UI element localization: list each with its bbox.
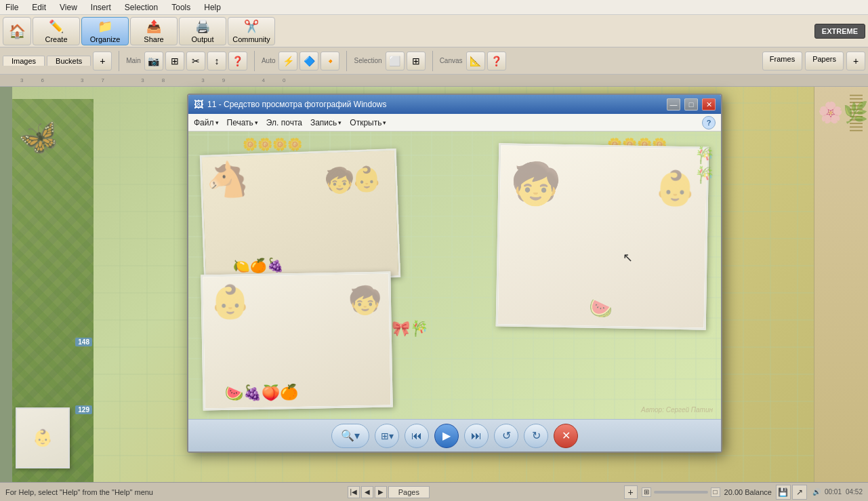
pv-photo-content: 🌼🌼🌼🌼 🌼🌼🌼🌼 🎀🎋 🐴 👶 [188,132,721,419]
pv-menu-print-label: Печать [227,118,253,127]
frames-button[interactable]: Frames [762,52,802,71]
mouse-cursor: ↖ [623,250,633,265]
canvas-label: Canvas [440,57,463,64]
menu-selection[interactable]: Selection [122,1,161,14]
buckets-tab[interactable]: Buckets [47,56,91,66]
pv-menubar: Файл ▾ Печать ▾ Эл. почта Запись ▾ [188,114,721,132]
auto-btn1[interactable]: ⚡ [278,52,297,71]
pv-minimize-button[interactable]: — [667,98,680,111]
main-btn1[interactable]: 📷 [144,52,163,71]
zoom-out-button[interactable]: □ [711,487,720,497]
first-page-button[interactable]: |◀ [348,486,360,498]
pv-menu-open[interactable]: Открыть ▾ [350,118,386,127]
menu-file[interactable]: File [3,1,21,14]
main-label: Main [126,57,141,64]
export-button[interactable]: ↗ [792,485,807,500]
community-button[interactable]: ✂️ Community [228,17,275,45]
extreme-button[interactable]: EXTREME [814,24,865,39]
pv-close-button[interactable]: ✕ [702,98,716,111]
pv-playback-toolbar: 🔍▾ ⊞▾ ⏮ ▶ ⏭ ↺ ↻ ✕ [188,419,721,452]
scrapbook-canvas[interactable]: 🦋 🐴 148 129 👶 ||||||||||| 🌸🌿 [12,87,868,482]
main-btn2[interactable]: ⊞ [165,52,184,71]
status-right-area: + ⊞ □ 20.00 Balance 💾 ↗ [624,485,807,500]
zoom-control: ⊞ □ [642,487,720,497]
share-button[interactable]: 📤 Share [130,17,178,45]
pv-fit-button[interactable]: ⊞▾ [375,424,399,448]
pv-next-button[interactable]: ⏭ [464,424,489,448]
baby2-silhouette: 🧒 [323,165,354,195]
watermark-text: Автор: Сергей Патин [641,406,713,414]
menu-help[interactable]: Help [201,1,224,14]
pv-slideshow-button[interactable]: ▶ [434,424,459,448]
pv-maximize-button[interactable]: □ [684,98,698,111]
pv-menu-record-label: Запись [310,118,337,127]
badge-129: 129 [75,405,92,414]
home-button[interactable]: 🏠 [3,17,31,45]
create-button[interactable]: ✏️ Create [33,17,80,45]
add-tab-button[interactable]: + [93,52,112,71]
selection-label: Selection [354,57,381,64]
pv-menu-record[interactable]: Запись ▾ [310,118,342,127]
fruits2: 🍉🍇🍑🍊 [225,384,298,403]
menu-view[interactable]: View [57,1,80,14]
watermelon-right: 🍉 [589,297,613,320]
save-button[interactable]: 💾 [776,485,791,500]
main-btn4[interactable]: ↕ [207,52,226,71]
papers-button[interactable]: Papers [805,52,844,71]
auto-group: Auto ⚡ 🔷 🔸 [262,52,340,71]
separator4 [432,51,433,71]
pv-rotate-right-button[interactable]: ↻ [524,424,548,448]
pv-delete-button[interactable]: ✕ [554,424,578,448]
main-area: 1 2 3 4 5 6 7 8 9 10 11 12 13 14 15 16 1… [0,75,868,482]
images-tab-group: Images Buckets + [3,52,112,71]
pv-menu-email[interactable]: Эл. почта [266,118,302,127]
photo2-content: 🧒 👶 🍉 [498,145,707,327]
community-icon: ✂️ [244,19,259,34]
output-button[interactable]: 🖨️ Output [179,17,226,45]
auto-btn3[interactable]: 🔸 [321,52,339,71]
photo3-frame: 👶 🧒 🍉🍇🍑🍊 [201,272,392,411]
prev-page-button[interactable]: ◀ [361,486,373,498]
pv-help-button[interactable]: ? [702,116,716,129]
canvas-btn2[interactable]: ❓ [487,52,506,71]
pv-app-icon: 🖼 [194,99,203,110]
baby4: 👶 [210,283,251,321]
pv-menu-file-arrow: ▾ [215,119,219,126]
menu-edit[interactable]: Edit [29,1,49,14]
create-icon: ✏️ [49,19,64,34]
menu-insert[interactable]: Insert [88,1,114,14]
organize-button[interactable]: 📁 Organize [81,17,129,45]
photo-collage: 🌼🌼🌼🌼 🌼🌼🌼🌼 🎀🎋 🐴 👶 [188,132,721,419]
fruits-decor: 🍋🍊🍇 [232,256,284,275]
baby1-silhouette: 👶 [350,165,381,195]
zoom-slider[interactable] [654,491,708,494]
home-icon: 🏠 [9,23,26,39]
volume-icon: 🔊 [812,488,821,496]
toolbar-top: 🏠 ✏️ Create 📁 Organize 📤 Share 🖨️ Output… [0,15,868,47]
main-btn3[interactable]: ✂ [186,52,205,71]
auto-btn2[interactable]: 🔷 [299,52,318,71]
sel-btn1[interactable]: ⬜ [386,52,405,71]
pv-zoom-button[interactable]: 🔍▾ [331,424,369,448]
pv-prev-button[interactable]: ⏮ [405,424,429,448]
pv-rotate-left-button[interactable]: ↺ [494,424,518,448]
pv-menu-open-arrow: ▾ [383,119,386,126]
add-tool-button[interactable]: + [846,52,865,71]
thumbnail-photo-inner: 👶 [17,409,68,467]
add-page-button[interactable]: + [624,485,638,499]
sel-btn2[interactable]: ⊞ [407,52,426,71]
pv-menu-print[interactable]: Печать ▾ [227,118,258,127]
pv-menu-file[interactable]: Файл ▾ [194,118,219,127]
next-page-button[interactable]: ▶ [375,486,387,498]
images-tab[interactable]: Images [3,56,45,66]
zoom-fit-button[interactable]: ⊞ [642,487,651,497]
main-btn5[interactable]: ❓ [228,52,247,71]
save-buttons: 💾 ↗ [776,485,807,500]
pages-button[interactable]: Pages [388,486,430,498]
child1: 🧒 [348,284,383,317]
canvas-btn1[interactable]: 📐 [466,52,485,71]
photo-viewer-window[interactable]: 🖼 11 - Средство просмотра фотографий Win… [187,94,722,453]
separator1 [119,51,119,71]
photo1-content: 🐴 👶 🧒 🍋🍊🍇 [202,151,398,282]
menu-tools[interactable]: Tools [169,1,193,14]
